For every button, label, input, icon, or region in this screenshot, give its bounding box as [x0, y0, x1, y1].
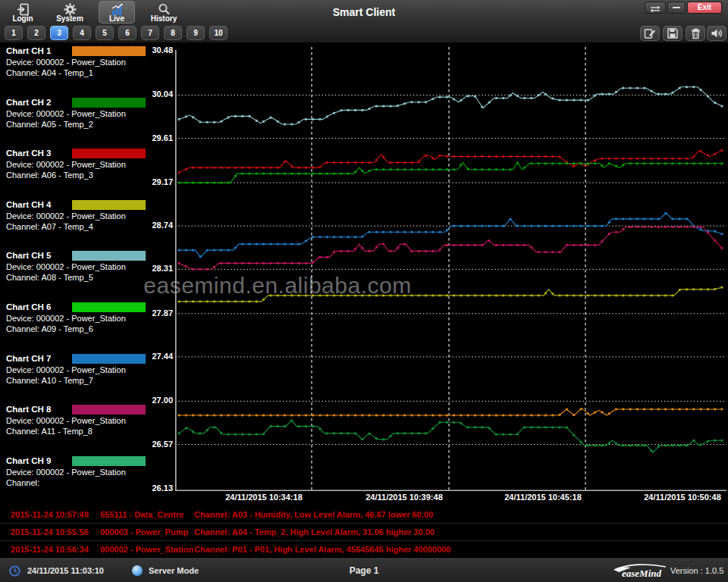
- data-point: [622, 295, 624, 297]
- data-point: [249, 262, 251, 264]
- toolbar-item-system[interactable]: System: [52, 1, 88, 23]
- data-point: [587, 225, 589, 227]
- data-point: [418, 250, 420, 252]
- x-axis-tick-label: 24/11/2015 10:50:48: [629, 493, 728, 502]
- save-button[interactable]: [663, 26, 682, 41]
- page-tab-8[interactable]: 8: [164, 26, 182, 40]
- delete-button[interactable]: [686, 26, 705, 41]
- data-point: [298, 121, 300, 124]
- data-point: [692, 86, 695, 88]
- svg-text:easeMind: easeMind: [622, 568, 662, 579]
- data-point: [523, 244, 526, 246]
- data-point: [340, 250, 343, 252]
- data-point: [467, 415, 469, 417]
- data-point: [361, 170, 363, 172]
- data-point: [249, 415, 251, 417]
- data-point: [721, 105, 723, 108]
- data-point: [241, 167, 243, 169]
- y-axis-tick-label: 30.48: [141, 45, 173, 55]
- data-point: [178, 118, 180, 120]
- data-point: [185, 182, 187, 184]
- channel-device: Device: 000002 - Power_Station: [6, 415, 173, 426]
- window-switch-button[interactable]: [645, 2, 665, 13]
- data-point: [425, 231, 427, 233]
- page-tab-1[interactable]: 1: [5, 26, 23, 40]
- data-point: [192, 268, 194, 271]
- channel-legend-item[interactable]: Chart CH 6Device: 000002 - Power_Station…: [6, 302, 173, 334]
- channel-legend-item[interactable]: Chart CH 2Device: 000002 - Power_Station…: [6, 97, 173, 130]
- data-point: [707, 162, 709, 164]
- data-point: [566, 408, 568, 411]
- edit-button[interactable]: [640, 26, 660, 41]
- data-point: [397, 168, 399, 171]
- data-point: [206, 301, 209, 303]
- data-point: [622, 408, 624, 411]
- alarm-row[interactable]: 2015-11-24 10:55:56000003 - Power_PumpCh…: [0, 524, 728, 541]
- alarm-row[interactable]: 2015-11-24 10:56:34000002 - Power_Statio…: [0, 541, 728, 559]
- data-point: [446, 415, 448, 417]
- data-point: [551, 98, 554, 100]
- data-point: [192, 116, 194, 118]
- data-point: [686, 445, 688, 447]
- data-point: [531, 162, 533, 164]
- data-point: [495, 168, 497, 171]
- data-point: [213, 121, 215, 124]
- data-point: [375, 105, 378, 108]
- data-point: [594, 162, 596, 164]
- data-point: [587, 295, 589, 297]
- data-point: [425, 250, 427, 252]
- data-point: [700, 229, 702, 231]
- data-point: [510, 433, 512, 436]
- page-tab-9[interactable]: 9: [187, 26, 205, 40]
- toolbar-item-history[interactable]: History: [146, 1, 182, 23]
- series-line: [179, 421, 722, 453]
- data-point: [488, 225, 491, 227]
- page-tab-5[interactable]: 5: [96, 26, 114, 40]
- page-tab-10[interactable]: 10: [209, 26, 228, 40]
- page-tab-7[interactable]: 7: [141, 26, 159, 40]
- data-point: [361, 109, 363, 111]
- channel-legend-item[interactable]: Chart CH 3Device: 000002 - Power_Station…: [6, 148, 173, 180]
- data-point: [679, 158, 681, 160]
- data-point: [538, 162, 540, 164]
- data-point: [615, 295, 617, 297]
- page-tab-4[interactable]: 4: [73, 26, 91, 40]
- series-red-temp: [178, 149, 723, 174]
- data-point: [481, 415, 483, 417]
- data-point: [636, 218, 639, 221]
- data-point: [629, 295, 632, 297]
- data-point: [390, 295, 392, 297]
- data-point: [672, 295, 674, 297]
- toolbar-item-login[interactable]: Login: [5, 1, 41, 23]
- page-tab-3[interactable]: 3: [50, 26, 68, 40]
- exit-button[interactable]: Exit: [688, 2, 721, 13]
- data-point: [270, 262, 272, 264]
- window-minimize-button[interactable]: [668, 2, 685, 13]
- alarm-row[interactable]: 2015-11-24 10:57:49555111 - Data_CentreC…: [0, 506, 728, 524]
- page-tab-6[interactable]: 6: [118, 26, 136, 40]
- data-point: [249, 173, 251, 175]
- data-point: [333, 295, 335, 297]
- toolbar-item-live[interactable]: Live: [99, 1, 135, 23]
- data-point: [312, 425, 314, 427]
- data-point: [692, 408, 695, 411]
- data-point: [270, 415, 272, 417]
- data-point: [319, 173, 322, 175]
- data-point: [249, 167, 251, 169]
- data-point: [692, 440, 695, 442]
- data-point: [347, 109, 350, 111]
- sound-button[interactable]: [707, 26, 726, 41]
- page-tab-2[interactable]: 2: [27, 26, 46, 40]
- series-magenta-temp: [178, 226, 723, 271]
- data-point: [340, 415, 343, 417]
- data-point: [305, 173, 307, 175]
- data-point: [544, 225, 547, 227]
- data-point: [502, 295, 504, 297]
- data-point: [544, 155, 547, 158]
- data-point: [700, 408, 702, 411]
- channel-legend-item[interactable]: Chart CH 8Device: 000002 - Power_Station…: [6, 404, 173, 436]
- data-point: [199, 433, 202, 435]
- data-point: [692, 162, 695, 164]
- data-point: [241, 243, 243, 246]
- data-point: [418, 295, 420, 297]
